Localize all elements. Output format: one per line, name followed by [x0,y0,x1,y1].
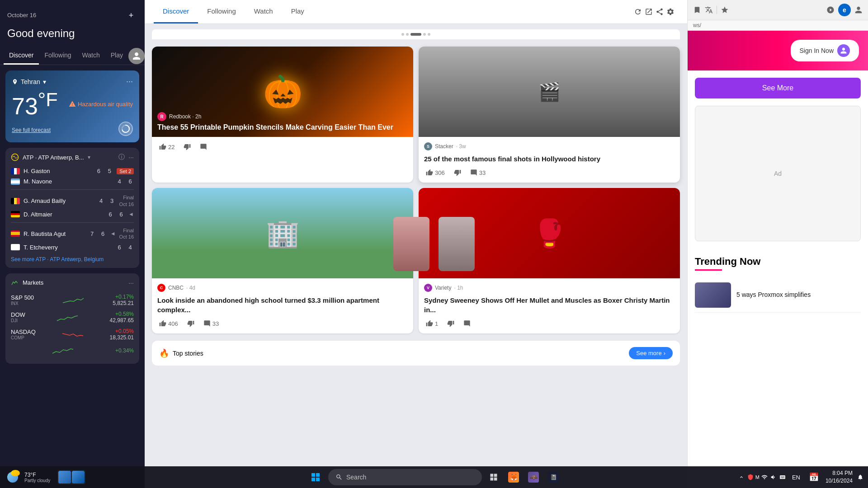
taskbar-apps-right: 📅 [806,469,822,485]
taskbar-center: Search 🦊 🦇 📓 [307,468,561,486]
tray-volume[interactable] [769,473,778,481]
taskbar-calendar-icon[interactable]: 📅 [806,469,822,485]
tab-following[interactable]: Following [198,0,245,23]
taskbar-condition: Partly cloudy [24,478,50,483]
task-view-icon [489,473,498,482]
taskbar-pinned-1[interactable]: 🦊 [505,469,522,485]
share-icon[interactable] [656,8,664,16]
volume-icon [770,474,777,480]
svg-rect-3 [311,473,315,477]
tray-expand-icon [739,474,744,480]
tray-arrow[interactable] [737,473,745,481]
taskbar-weather[interactable]: 73°F Partly cloudy [4,468,54,486]
system-tray-icons: M [737,473,787,481]
wifi-icon [761,474,768,480]
search-icon [335,474,343,481]
taskbar-pinned-2[interactable]: 🦇 [525,469,542,485]
taskbar-left: 73°F Partly cloudy [4,468,87,486]
search-bar[interactable]: Search [328,469,482,485]
settings-icon[interactable] [666,8,675,16]
notifications-icon[interactable] [856,473,864,481]
feed-nav: Discover Following Watch Play [145,0,687,24]
current-time: 8:04 PM [826,469,853,477]
taskbar-app-1[interactable] [58,471,71,483]
taskbar-temp: 73°F [24,472,50,478]
language-indicator[interactable]: EN [790,473,802,482]
feed-tabs: Discover Following Watch Play [154,0,313,23]
taskbar-pinned-3[interactable]: 📓 [545,469,561,485]
news-feed: Discover Following Watch Play [145,0,687,488]
search-text: Search [346,474,366,481]
news-grid: 🎃 R Redbook · 2h These 55 Printable Pump… [145,39,687,341]
tray-antivirus[interactable] [746,473,755,481]
news-card-hollywood[interactable]: 🎬 S Stacker · 3w 25 of [419,47,680,183]
tab-discover[interactable]: Discover [154,0,198,23]
taskbar-weather-icon [7,470,22,484]
time-display[interactable]: 8:04 PM 10/16/2024 [826,469,853,485]
taskbar-right: M EN 📅 8:04 PM 10/16/2024 [737,469,864,485]
svg-rect-6 [316,478,320,481]
refresh-icon[interactable] [634,8,642,16]
external-link-icon[interactable] [645,8,653,16]
tray-number: M [755,474,760,480]
task-view-button[interactable] [486,469,502,485]
taskbar: 73°F Partly cloudy Search [0,466,868,488]
tray-keyboard[interactable] [778,473,787,481]
tab-watch[interactable]: Watch [245,0,282,23]
keyboard-icon [779,474,786,480]
antivirus-icon [747,474,754,480]
taskbar-app-2[interactable] [72,471,85,483]
tray-network[interactable] [760,473,769,481]
bell-icon [857,474,863,480]
start-button[interactable] [307,468,325,486]
tab-play[interactable]: Play [282,0,313,23]
svg-rect-4 [316,473,320,477]
current-date: 10/16/2024 [826,477,853,485]
svg-rect-5 [311,478,315,481]
hollywood-image: 🎬 [419,47,680,137]
windows-icon [310,472,321,483]
